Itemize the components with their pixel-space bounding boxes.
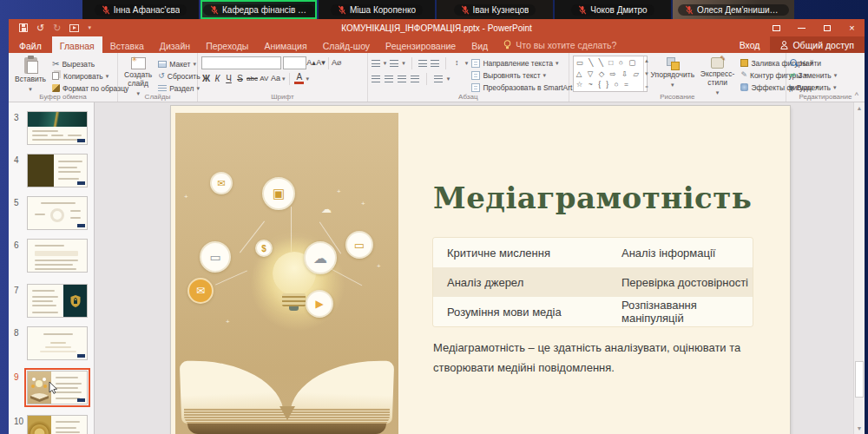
font-name-input[interactable] bbox=[201, 56, 281, 69]
bold-button[interactable]: Ж bbox=[201, 73, 211, 84]
slide-thumbnail-3[interactable] bbox=[27, 111, 88, 145]
tab-review[interactable]: Рецензирование bbox=[378, 36, 464, 53]
thumbnail-image bbox=[63, 285, 87, 317]
align-left-icon[interactable] bbox=[372, 76, 380, 82]
email-icon: ✉ bbox=[210, 172, 233, 194]
participant-label: Інна Афанас'єва bbox=[95, 4, 187, 16]
slide-canvas-area[interactable]: ✉ ▣ $ ▭ ✉ ☁ ▶ ▭ ☁ + + + + + bbox=[95, 102, 853, 434]
collapse-ribbon-icon[interactable]: ^ bbox=[855, 91, 858, 100]
font-color-button[interactable]: А bbox=[294, 73, 304, 84]
align-right-icon[interactable] bbox=[398, 76, 406, 82]
ribbon-display-options-button[interactable] bbox=[764, 19, 789, 36]
change-case-button[interactable]: Aa bbox=[271, 73, 280, 84]
qat-customize-icon[interactable]: ▾ bbox=[88, 24, 91, 31]
shape-gallery-scroll[interactable]: ▲ ▼ = bbox=[643, 56, 649, 91]
tab-file[interactable]: Файл bbox=[9, 36, 52, 53]
share-button[interactable]: Общий доступ bbox=[770, 36, 865, 53]
muted-mic-icon bbox=[461, 5, 470, 15]
columns-icon[interactable] bbox=[434, 76, 443, 82]
tab-view[interactable]: Вид bbox=[464, 36, 496, 53]
tab-home[interactable]: Главная bbox=[52, 36, 102, 53]
group-slides: Создать слайд ▾ Макет▾ ↺Сбросить Раздел▾… bbox=[118, 53, 198, 102]
thumbnail-logo-chip bbox=[77, 224, 85, 227]
slide-thumbnail-6[interactable] bbox=[27, 239, 88, 273]
vertical-scrollbar[interactable]: ▲ ▼ bbox=[853, 102, 865, 434]
participant-tile-active-speaker[interactable]: Кафедра фінансів і креди... bbox=[201, 0, 317, 19]
character-spacing-button[interactable]: AV bbox=[260, 73, 269, 84]
align-center-icon[interactable] bbox=[385, 76, 393, 82]
arrange-button[interactable]: Упорядочить ▾ bbox=[651, 56, 694, 90]
reset-button[interactable]: ↺Сбросить bbox=[158, 70, 200, 82]
find-button[interactable]: Найти bbox=[790, 57, 837, 69]
quick-styles-button[interactable]: Экспресс-стили ▾ bbox=[698, 56, 738, 98]
ribbon-tab-row: Файл Главная Вставка Дизайн Переходы Ани… bbox=[9, 36, 865, 53]
bullets-icon[interactable] bbox=[372, 60, 380, 67]
thumbnail-logo-chip bbox=[77, 354, 85, 358]
participant-label: Чоков Дмитро bbox=[571, 4, 654, 16]
text-direction-button[interactable]: Направление текста▾ bbox=[471, 57, 578, 69]
replace-button[interactable]: ⇄Заменить▾ bbox=[790, 69, 837, 81]
justify-icon[interactable] bbox=[411, 76, 419, 82]
restore-button[interactable] bbox=[814, 19, 839, 36]
scroll-up-icon[interactable]: ▲ bbox=[644, 58, 649, 63]
scroll-down-icon[interactable]: ▼ bbox=[644, 71, 649, 76]
numbering-icon[interactable] bbox=[390, 60, 398, 67]
cloud-small-icon: ☁ bbox=[321, 203, 332, 215]
sign-in-button[interactable]: Вход bbox=[729, 36, 771, 53]
slide[interactable]: ✉ ▣ $ ▭ ✉ ☁ ▶ ▭ ☁ + + + + + bbox=[171, 106, 790, 434]
mini-book-icon bbox=[28, 372, 51, 404]
tab-animations[interactable]: Анимация bbox=[256, 36, 314, 53]
tell-me-box[interactable]: Что вы хотите сделать? bbox=[496, 36, 624, 53]
italic-button[interactable]: К bbox=[213, 73, 222, 84]
text-direction-icon bbox=[471, 59, 480, 68]
smartart-button[interactable]: Преобразовать в SmartArt▾ bbox=[471, 82, 578, 93]
participant-tile[interactable]: Інна Афанас'єва bbox=[82, 0, 199, 19]
scrollbar-thumb[interactable] bbox=[855, 361, 864, 398]
start-slideshow-icon[interactable] bbox=[69, 24, 79, 32]
participant-tile[interactable]: Олеся Дем'янишина, ... bbox=[673, 0, 794, 19]
text-shadow-button[interactable]: abc bbox=[247, 73, 258, 84]
slide-table: Критичне мислення Аналіз інформації Анал… bbox=[433, 238, 753, 326]
thumbnail-number: 4 bbox=[14, 155, 24, 165]
clear-formatting-button[interactable]: А⌀ bbox=[332, 57, 341, 69]
scrollbar-up-icon[interactable]: ▲ bbox=[854, 105, 865, 111]
slide-thumbnail-4[interactable] bbox=[27, 154, 88, 187]
line-spacing-icon[interactable]: ↕ bbox=[452, 57, 462, 69]
slide-thumbnail-7[interactable] bbox=[27, 284, 88, 318]
tab-slideshow[interactable]: Слайд-шоу bbox=[315, 36, 378, 53]
decrease-indent-icon[interactable] bbox=[418, 60, 427, 67]
participant-tile[interactable]: Чоков Дмитро bbox=[555, 0, 671, 19]
select-button[interactable]: Выделить▾ bbox=[790, 82, 837, 93]
shape-fill-icon bbox=[740, 59, 748, 67]
undo-icon[interactable]: ↺ bbox=[36, 23, 44, 33]
shrink-font-button[interactable]: А▾ bbox=[316, 57, 326, 69]
slide-thumbnail-8[interactable] bbox=[27, 326, 88, 360]
slide-thumbnail-5[interactable] bbox=[27, 196, 88, 230]
table-cell: Критичне мислення bbox=[433, 247, 608, 260]
grow-font-button[interactable]: А▴ bbox=[306, 57, 316, 69]
layout-button[interactable]: Макет▾ bbox=[158, 58, 200, 69]
close-button[interactable]: × bbox=[839, 19, 865, 36]
envelope-icon: ✉ bbox=[187, 278, 214, 304]
minimize-button[interactable] bbox=[789, 19, 814, 36]
strikethrough-button[interactable]: S bbox=[235, 73, 245, 84]
participant-tile[interactable]: Іван Кузнецов bbox=[437, 0, 553, 19]
scrollbar-down-icon[interactable]: ▼ bbox=[854, 425, 865, 431]
redo-icon[interactable]: ↻ bbox=[53, 23, 61, 33]
align-text-button[interactable]: Выровнять текст▾ bbox=[471, 69, 578, 81]
slide-thumbnail-panel[interactable]: 3 4 5 bbox=[9, 102, 95, 434]
participant-tile[interactable]: Міша Коропенко bbox=[319, 0, 435, 19]
save-icon[interactable] bbox=[19, 23, 28, 32]
slide-thumbnail-10[interactable] bbox=[27, 415, 88, 434]
paste-button[interactable]: Вставить ▾ bbox=[12, 56, 49, 95]
shape-gallery[interactable]: ▭ ╲ ╲ □ ○ ▢ △ ▽ ◇ ⇨ ⇩ ▱ ☆ ~ { } ○ = ▲ ▼ … bbox=[573, 56, 648, 92]
underline-button[interactable]: Ч bbox=[224, 73, 233, 84]
format-painter-icon bbox=[52, 84, 60, 92]
tab-transitions[interactable]: Переходы bbox=[198, 36, 256, 53]
group-label: Шрифт bbox=[198, 93, 367, 101]
increase-indent-icon[interactable] bbox=[431, 60, 439, 67]
tab-design[interactable]: Дизайн bbox=[152, 36, 198, 53]
font-size-input[interactable] bbox=[283, 56, 306, 69]
shape-row: △ ▽ ◇ ⇨ ⇩ ▱ bbox=[576, 70, 641, 78]
tab-insert[interactable]: Вставка bbox=[102, 36, 152, 53]
